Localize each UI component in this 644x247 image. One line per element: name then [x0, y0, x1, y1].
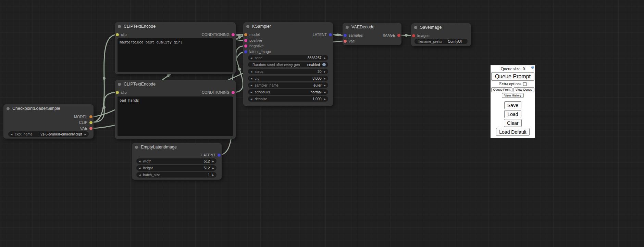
sampler-name-widget[interactable]: ◀ sampler_name euler ▶ [248, 82, 328, 88]
save-button[interactable]: Save [504, 101, 521, 109]
load-default-button[interactable]: Load Default [496, 128, 529, 136]
decrement-arrow-icon[interactable]: ◀ [250, 70, 252, 73]
extra-options-checkbox[interactable] [523, 82, 527, 86]
latent-output-dot[interactable] [329, 33, 332, 36]
prev-value-arrow-icon[interactable]: ◀ [250, 84, 252, 87]
node-clip-text-encode-positive[interactable]: CLIPTextEncode clip CONDITIONING masterp… [115, 22, 236, 74]
image-output-dot[interactable] [397, 34, 400, 37]
node-graph-canvas[interactable]: CheckpointLoaderSimple MODEL CLIP VAE ◀ … [0, 0, 644, 247]
input-label-latent-image: latent_image [249, 50, 271, 54]
input-label-samples: samples [349, 33, 363, 37]
node-collapse-dot[interactable] [118, 83, 121, 86]
prev-value-arrow-icon[interactable]: ◀ [11, 133, 12, 135]
view-history-button[interactable]: View History [502, 93, 524, 98]
decrement-arrow-icon[interactable]: ◀ [139, 160, 140, 162]
increment-arrow-icon[interactable]: ▶ [324, 98, 326, 100]
widget-label: Random seed after every gen [252, 63, 300, 67]
images-input-dot[interactable] [412, 34, 415, 37]
node-vae-decode[interactable]: VAEDecode samples vae IMAGE [343, 23, 401, 45]
node-save-image[interactable]: SaveImage images filename_prefix ComfyUI [411, 23, 471, 46]
conditioning-output-dot[interactable] [232, 91, 235, 94]
samples-input-dot[interactable] [344, 34, 347, 37]
queue-front-button[interactable]: Queue Front [491, 87, 512, 92]
decrement-arrow-icon[interactable]: ◀ [139, 167, 140, 169]
next-value-arrow-icon[interactable]: ▶ [324, 91, 326, 93]
increment-arrow-icon[interactable]: ▶ [212, 167, 214, 169]
clip-input-dot[interactable] [116, 33, 119, 36]
increment-arrow-icon[interactable]: ▶ [324, 70, 326, 73]
node-collapse-dot[interactable] [346, 26, 349, 29]
input-label-model: model [249, 32, 260, 37]
widget-label: ckpt_name [15, 132, 32, 136]
node-title-bar: KSampler [243, 22, 333, 30]
decrement-arrow-icon[interactable]: ◀ [250, 98, 252, 100]
node-clip-text-encode-negative[interactable]: CLIPTextEncode clip CONDITIONING bad han… [115, 80, 236, 139]
widget-label: height [143, 166, 153, 170]
model-input-dot[interactable] [244, 33, 247, 36]
widget-label: seed [255, 56, 262, 60]
seed-widget[interactable]: ◀ seed 8566257 ▶ [248, 55, 328, 61]
latent-output-dot[interactable] [218, 154, 221, 157]
node-collapse-dot[interactable] [246, 25, 249, 28]
node-collapse-dot[interactable] [414, 26, 417, 29]
width-widget[interactable]: ◀ width 512 ▶ [136, 158, 216, 164]
negative-input-dot[interactable] [244, 44, 247, 48]
input-slot-model: model [244, 32, 260, 37]
toggle-indicator-icon[interactable] [322, 63, 326, 66]
negative-prompt-textarea[interactable]: bad hands [117, 96, 233, 136]
node-collapse-dot[interactable] [7, 107, 10, 110]
vae-output-dot[interactable] [89, 127, 92, 130]
filename-prefix-widget[interactable]: filename_prefix ComfyUI [414, 39, 468, 44]
height-widget[interactable]: ◀ height 512 ▶ [136, 165, 216, 171]
decrement-arrow-icon[interactable]: ◀ [250, 57, 252, 59]
node-checkpoint-loader-simple[interactable]: CheckpointLoaderSimple MODEL CLIP VAE ◀ … [3, 104, 94, 139]
batch-size-widget[interactable]: ◀ batch_size 1 ▶ [136, 172, 216, 178]
clear-button[interactable]: Clear [504, 119, 521, 127]
node-title-bar: VAEDecode [343, 23, 401, 31]
node-collapse-dot[interactable] [135, 146, 138, 149]
decrement-arrow-icon[interactable]: ◀ [250, 77, 252, 80]
random-seed-toggle[interactable]: Random seed after every gen enabled [248, 62, 328, 67]
view-queue-button[interactable]: View Queue [513, 87, 535, 92]
clip-output-dot[interactable] [89, 121, 92, 124]
widget-label: scheduler [255, 90, 270, 94]
positive-input-dot[interactable] [244, 39, 247, 42]
increment-arrow-icon[interactable]: ▶ [212, 160, 214, 162]
node-ksampler[interactable]: KSampler model positive negative latent_… [243, 22, 333, 106]
increment-arrow-icon[interactable]: ▶ [324, 57, 326, 59]
next-value-arrow-icon[interactable]: ▶ [85, 133, 86, 135]
node-empty-latent-image[interactable]: EmptyLatentImage LATENT ◀ width 512 ▶ ◀ … [132, 143, 222, 180]
increment-arrow-icon[interactable]: ▶ [324, 77, 326, 80]
denoise-widget[interactable]: ◀ denoise 1.000 ▶ [248, 96, 328, 102]
output-label-vae: VAE [80, 126, 87, 130]
model-output-dot[interactable] [89, 115, 92, 118]
load-button[interactable]: Load [504, 110, 521, 118]
cfg-widget[interactable]: ◀ cfg 8.000 ▶ [248, 76, 328, 81]
steps-widget[interactable]: ◀ steps 20 ▶ [248, 69, 328, 74]
input-slot-clip: clip [116, 90, 127, 95]
output-label-conditioning: CONDITIONING [202, 90, 230, 94]
positive-prompt-textarea[interactable]: masterpiece best quality girl [117, 38, 233, 72]
ckpt-name-widget[interactable]: ◀ ckpt_name v1-5-pruned-emaonly.ckpt ▶ [8, 131, 89, 137]
input-label-clip: clip [121, 90, 127, 94]
widget-value: 512 [204, 166, 210, 170]
settings-gear-icon[interactable]: ⚙ [531, 65, 534, 69]
next-value-arrow-icon[interactable]: ▶ [324, 84, 326, 87]
prev-value-arrow-icon[interactable]: ◀ [250, 91, 252, 93]
conditioning-output-dot[interactable] [232, 33, 235, 36]
latent-image-input-dot[interactable] [244, 50, 247, 53]
queue-prompt-button[interactable]: Queue Prompt [491, 72, 534, 81]
input-slot-vae: vae [344, 39, 355, 43]
input-label-negative: negative [249, 44, 264, 48]
queue-buttons-row: Queue Front View Queue [491, 87, 534, 92]
decrement-arrow-icon[interactable]: ◀ [139, 174, 140, 176]
node-title: EmptyLatentImage [141, 145, 177, 150]
widget-value: 8566257 [308, 56, 322, 60]
vae-input-dot[interactable] [344, 40, 347, 43]
scheduler-widget[interactable]: ◀ scheduler normal ▶ [248, 89, 328, 95]
output-slot-image: IMAGE [383, 33, 400, 38]
increment-arrow-icon[interactable]: ▶ [212, 174, 214, 176]
node-collapse-dot[interactable] [118, 25, 121, 28]
clip-input-dot[interactable] [116, 91, 119, 94]
widget-value: enabled [307, 63, 320, 67]
